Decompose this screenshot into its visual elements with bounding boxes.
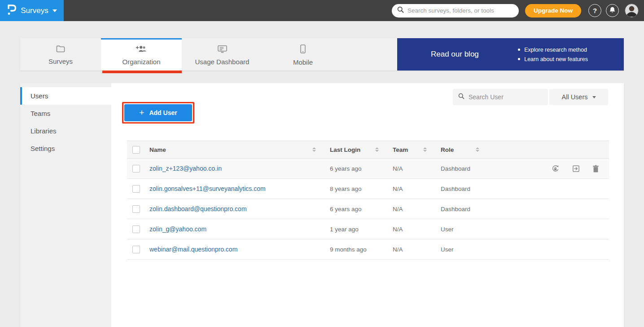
user-filter-controls: All Users: [453, 89, 608, 105]
search-user-box[interactable]: [453, 89, 548, 105]
reset-password-icon[interactable]: [551, 164, 560, 173]
table-row: webinar@mail.questionpro.com 9 months ag…: [127, 239, 609, 260]
last-login-cell: 8 years ago: [322, 186, 385, 192]
header-name[interactable]: Name: [149, 146, 322, 153]
login-as-user-icon[interactable]: [572, 165, 580, 172]
header-role[interactable]: Role: [433, 146, 486, 153]
folder-icon: [56, 45, 65, 54]
bullet-text: Explore research method: [524, 47, 587, 53]
global-search-input[interactable]: [407, 7, 513, 14]
role-cell: Dashboard: [433, 165, 486, 172]
users-main-area: All Users + Add User Name: [111, 83, 624, 327]
row-checkbox[interactable]: [132, 165, 140, 172]
name-cell: zolin.dashboard@questionpro.com: [149, 205, 322, 212]
team-cell: N/A: [385, 226, 433, 233]
table-row: zolin.gonsalves+11@surveyanalytics.com 8…: [127, 179, 609, 199]
last-login-value: 8 years ago: [330, 186, 362, 192]
user-email-link[interactable]: zolin_g@yahoo.com: [149, 225, 206, 233]
column-label: Name: [149, 146, 166, 153]
search-icon: [397, 6, 404, 15]
last-login-value: 9 months ago: [330, 246, 367, 253]
user-email-link[interactable]: zolin.dashboard@questionpro.com: [149, 205, 247, 212]
header-last-login[interactable]: Last Login: [322, 146, 385, 153]
sort-icon[interactable]: [375, 147, 379, 152]
global-search[interactable]: [392, 4, 519, 18]
sidebar-item-settings[interactable]: Settings: [20, 140, 111, 157]
table-row: zolin_g@yahoo.com 1 year ago N/A User: [127, 219, 609, 239]
last-login-value: 6 years ago: [330, 165, 362, 172]
team-cell: N/A: [385, 246, 433, 253]
last-login-value: 6 years ago: [330, 206, 362, 212]
row-checkbox-cell: [127, 185, 149, 193]
help-button[interactable]: ?: [588, 4, 601, 17]
sort-icon[interactable]: [476, 147, 479, 152]
last-login-cell: 9 months ago: [322, 246, 385, 253]
team-value: N/A: [393, 186, 403, 192]
role-cell: Dashboard: [433, 206, 486, 212]
mobile-icon: [300, 44, 306, 55]
table-row: zolin_z+123@yahoo.co.in 6 years ago N/A …: [127, 159, 609, 179]
add-user-button[interactable]: + Add User: [124, 104, 192, 121]
column-label: Team: [393, 146, 408, 153]
header-team[interactable]: Team: [385, 146, 433, 153]
role-value: User: [441, 226, 454, 233]
last-login-value: 1 year ago: [330, 226, 359, 233]
notifications-button[interactable]: [606, 4, 619, 17]
tab-mobile[interactable]: Mobile: [263, 38, 343, 71]
user-email-link[interactable]: zolin.gonsalves+11@surveyanalytics.com: [149, 185, 266, 192]
name-cell: zolin_z+123@yahoo.co.in: [149, 165, 322, 172]
delete-user-icon[interactable]: [592, 165, 599, 172]
organization-tab-annotation-underline: [102, 71, 182, 73]
bullet-dot: [518, 58, 520, 60]
users-table: Name Last Login Team Role: [127, 141, 609, 260]
last-login-cell: 1 year ago: [322, 226, 385, 233]
row-checkbox-cell: [127, 246, 149, 253]
sidebar-item-libraries[interactable]: Libraries: [20, 122, 111, 140]
role-value: Dashboard: [441, 186, 470, 192]
row-actions: [486, 164, 609, 173]
sidebar-item-users[interactable]: Users: [20, 87, 111, 105]
row-checkbox[interactable]: [132, 246, 140, 253]
user-email-link[interactable]: webinar@mail.questionpro.com: [149, 246, 237, 253]
org-sidebar: Users Teams Libraries Settings: [20, 83, 111, 327]
tab-organization[interactable]: Organization: [101, 38, 182, 71]
blog-promo-panel[interactable]: Read our blog Explore research method Le…: [397, 38, 624, 71]
user-email-link[interactable]: zolin_z+123@yahoo.co.in: [149, 165, 222, 172]
role-cell: Dashboard: [433, 186, 486, 192]
role-value: Dashboard: [441, 165, 470, 172]
bell-icon: [609, 6, 616, 15]
row-checkbox[interactable]: [132, 185, 140, 193]
team-value: N/A: [393, 226, 403, 233]
select-all-checkbox[interactable]: [132, 146, 140, 154]
row-checkbox[interactable]: [132, 205, 140, 213]
row-checkbox-cell: [127, 225, 149, 233]
table-row: zolin.dashboard@questionpro.com 6 years …: [127, 199, 609, 219]
name-cell: webinar@mail.questionpro.com: [149, 246, 322, 253]
user-avatar[interactable]: [625, 4, 639, 18]
product-menu[interactable]: Surveys: [0, 0, 64, 21]
add-user-annotation-box: + Add User: [122, 102, 194, 124]
sidebar-item-teams[interactable]: Teams: [20, 105, 111, 122]
name-cell: zolin_g@yahoo.com: [149, 225, 322, 233]
tab-usage-dashboard[interactable]: Usage Dashboard: [182, 38, 263, 71]
team-cell: N/A: [385, 186, 433, 192]
sort-icon[interactable]: [423, 147, 427, 152]
row-checkbox-cell: [127, 205, 149, 213]
search-user-input[interactable]: [469, 93, 550, 101]
tab-surveys[interactable]: Surveys: [20, 38, 101, 71]
all-users-dropdown[interactable]: All Users: [549, 89, 608, 105]
sort-icon[interactable]: [312, 147, 316, 152]
dropdown-selected-value: All Users: [561, 93, 587, 101]
blog-bullet-item: Learn about new features: [518, 56, 588, 62]
upgrade-now-button[interactable]: Upgrade Now: [525, 4, 581, 18]
last-login-cell: 6 years ago: [322, 165, 385, 172]
role-value: User: [441, 246, 454, 253]
chevron-down-icon: [53, 9, 57, 12]
row-checkbox[interactable]: [132, 225, 140, 233]
section-tabs: Surveys Organization Usage Dashboard: [20, 38, 624, 71]
sidebar-item-label: Settings: [31, 145, 55, 152]
tab-label: Surveys: [48, 57, 73, 65]
product-label: Surveys: [21, 6, 48, 15]
plus-icon: +: [139, 108, 144, 117]
team-cell: N/A: [385, 165, 433, 172]
